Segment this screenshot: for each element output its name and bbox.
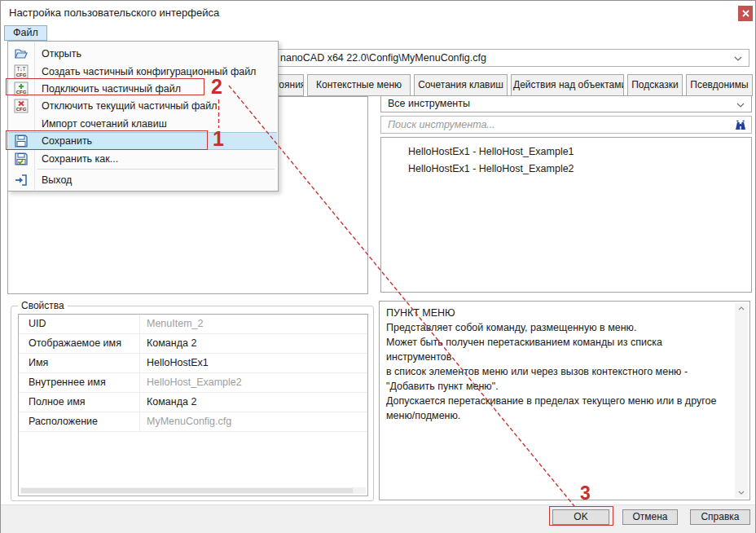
menu-item-open[interactable]: Открыть	[9, 45, 277, 63]
menu-item-label: Сохранить как...	[42, 153, 118, 165]
exit-icon	[14, 173, 29, 187]
properties-groupbox: Свойства UID MenuItem_2 Отображаемое имя…	[11, 306, 374, 501]
chevron-down-icon	[736, 103, 745, 108]
list-item[interactable]: HelloHostEx1 - HelloHost_Example1	[381, 143, 749, 161]
annotation-number-2: 2	[211, 75, 222, 99]
annotation-box-step2	[6, 78, 204, 95]
tools-list: HelloHostEx1 - HelloHost_Example1 HelloH…	[380, 137, 752, 293]
tab-shortcuts[interactable]: Сочетания клавиш	[414, 74, 508, 96]
tab-context-menus[interactable]: Контекстные меню	[307, 74, 411, 96]
table-row[interactable]: Полное имя Команда 2	[19, 393, 367, 412]
tools-filter-combobox[interactable]: Все инструменты	[380, 95, 752, 112]
annotation-box-step3	[549, 506, 613, 526]
open-folder-icon	[14, 46, 29, 61]
menu-item-exit[interactable]: Выход	[9, 171, 277, 189]
svg-text:T↓T: T↓T	[16, 66, 25, 72]
save-as-icon	[14, 152, 29, 166]
table-row[interactable]: UID MenuItem_2	[19, 315, 367, 334]
cancel-button[interactable]: Отмена	[622, 509, 678, 525]
description-line: Может быть получен перетаскиванием коман…	[386, 335, 728, 364]
scroll-down-icon[interactable]	[738, 491, 745, 495]
svg-text:CFG: CFG	[16, 73, 27, 77]
prop-label: Внутреннее имя	[19, 373, 139, 392]
prop-label: Расположение	[19, 412, 139, 431]
menu-item-save-as[interactable]: Сохранить как...	[9, 150, 277, 167]
menu-item-label: Создать частичный конфигурационный файл	[42, 66, 256, 77]
page-title: Настройка пользовательского интерфейса	[9, 7, 219, 19]
tools-filter-value: Все инструменты	[388, 98, 470, 109]
config-file-path: nanoCAD x64 22.0\Config\MyMenuConfig.cfg	[280, 52, 486, 64]
svg-text:CFG: CFG	[16, 107, 27, 112]
prop-value: MyMenuConfig.cfg	[139, 412, 367, 431]
description-line: "Добавить пункт меню".	[386, 379, 728, 394]
description-line: меню/подменю.	[386, 408, 728, 423]
properties-title: Свойства	[18, 300, 68, 311]
search-input[interactable]	[381, 117, 735, 133]
vertical-scrollbar[interactable]	[735, 303, 748, 498]
prop-value: HelloHost_Example2	[139, 373, 367, 392]
prop-value: MenuItem_2	[139, 315, 367, 333]
detach-partial-config-icon: CFG	[14, 99, 29, 113]
menu-item-label: Отключить текущий частичный файл	[42, 100, 218, 112]
menu-separator	[37, 169, 275, 170]
help-button[interactable]: Справка	[690, 509, 750, 525]
menu-bar: Файл	[1, 24, 755, 42]
menu-item-import-shortcuts[interactable]: Импорт сочетаний клавиш	[9, 115, 277, 132]
menu-item-create-partial-config[interactable]: T↓T CFG Создать частичный конфигурационн…	[9, 63, 277, 80]
menu-item-detach-partial-file[interactable]: CFG Отключить текущий частичный файл	[9, 97, 277, 115]
chevron-down-icon	[734, 56, 742, 61]
prop-label: Полное имя	[19, 393, 139, 412]
description-text: ПУНКТ МЕНЮ Представляет собой команду, р…	[386, 306, 728, 423]
scroll-up-icon[interactable]	[738, 306, 745, 311]
prop-value: Команда 2	[139, 334, 367, 353]
menu-item-label: Импорт сочетаний клавиш	[42, 118, 167, 130]
tab-strip: тояния Контекстные меню Сочетания клавиш…	[272, 74, 756, 96]
tab-object-actions[interactable]: Действия над объектами	[511, 74, 624, 96]
description-title: ПУНКТ МЕНЮ	[386, 306, 728, 320]
description-line: в список элементов меню или через вызов …	[386, 364, 728, 379]
annotation-number-3: 3	[580, 482, 591, 504]
list-item[interactable]: HelloHostEx1 - HelloHost_Example2	[381, 161, 749, 178]
menu-item-label: Открыть	[42, 48, 81, 59]
dialog-window: Настройка пользовательского интерфейса Ф…	[0, 0, 756, 533]
table-row[interactable]: Расположение MyMenuConfig.cfg	[19, 412, 367, 432]
prop-value: Команда 2	[139, 393, 367, 412]
binoculars-search-icon[interactable]	[734, 119, 747, 131]
menu-item-label: Выход	[42, 174, 72, 186]
tab-aliases[interactable]: Псевдонимы	[686, 74, 753, 96]
description-panel: ПУНКТ МЕНЮ Представляет собой команду, р…	[379, 301, 750, 500]
close-icon	[742, 10, 749, 17]
prop-label: Имя	[19, 354, 139, 372]
table-row[interactable]: Внутреннее имя HelloHost_Example2	[19, 373, 367, 393]
annotation-number-1: 1	[213, 127, 224, 151]
description-line: Представляет собой команду, размещенную …	[386, 320, 728, 335]
annotation-box-step1	[6, 130, 208, 150]
create-partial-config-icon: T↓T CFG	[14, 64, 29, 79]
horizontal-scrollbar[interactable]	[20, 487, 366, 494]
file-menu-dropdown: Открыть T↓T CFG Создать частичный конфиг…	[7, 41, 279, 192]
prop-label: UID	[19, 315, 139, 333]
tab-hints[interactable]: Подсказки	[627, 74, 683, 96]
description-line: Допускается перетаскивание в пределах те…	[386, 394, 728, 408]
table-row[interactable]: Отображаемое имя Команда 2	[19, 334, 367, 354]
tool-search-field	[380, 116, 752, 134]
prop-label: Отображаемое имя	[19, 334, 139, 353]
title-bar: Настройка пользовательского интерфейса	[1, 1, 755, 24]
prop-value: HelloHostEx1	[139, 354, 367, 372]
table-row[interactable]: Имя HelloHostEx1	[19, 354, 367, 373]
scrollbar-thumb[interactable]	[21, 488, 353, 493]
properties-table: UID MenuItem_2 Отображаемое имя Команда …	[18, 314, 368, 496]
close-button[interactable]	[738, 6, 753, 21]
file-menu-button[interactable]: Файл	[4, 25, 47, 41]
